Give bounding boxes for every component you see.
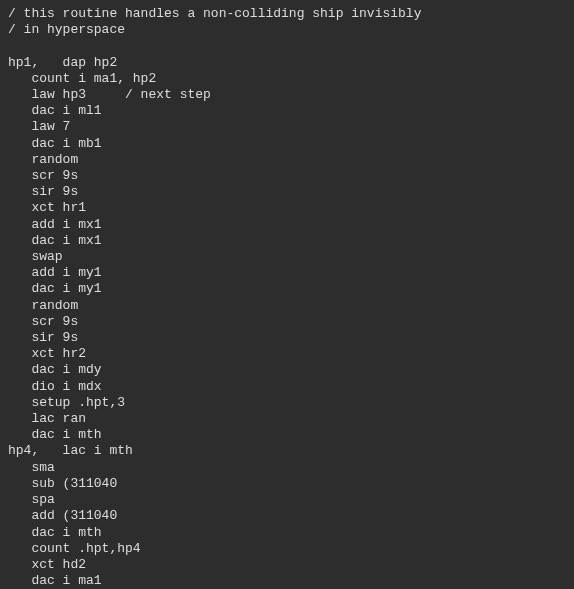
code-block: / this routine handles a non-colliding s…: [0, 0, 574, 589]
